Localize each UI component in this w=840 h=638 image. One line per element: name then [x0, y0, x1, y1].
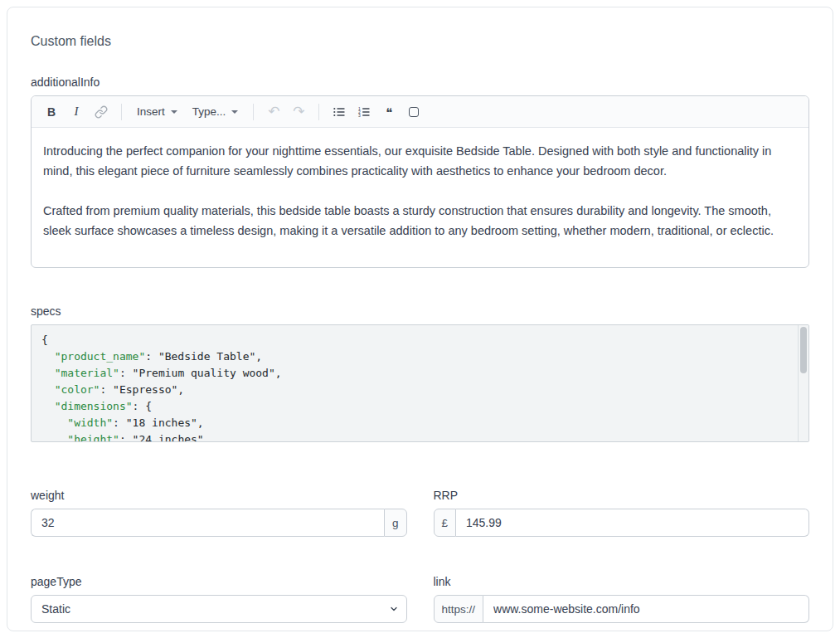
link-label: link — [434, 575, 810, 588]
link-button[interactable] — [90, 100, 113, 124]
pagetype-label: pageType — [31, 575, 407, 588]
additional-info-label: additionalInfo — [31, 75, 809, 89]
panel-title: Custom fields — [31, 34, 809, 49]
link-protocol-prefix: https:// — [434, 595, 484, 623]
row-pagetype-link: pageType Static link https:// — [31, 575, 809, 623]
field-pagetype: pageType Static — [31, 575, 407, 623]
row-weight-rrp: weight g RRP £ — [31, 489, 809, 537]
chevron-down-icon — [231, 110, 238, 114]
weight-label: weight — [31, 489, 407, 502]
weight-unit-suffix: g — [384, 509, 407, 537]
field-link: link https:// — [434, 575, 810, 623]
toolbar-divider — [253, 104, 254, 120]
chevron-down-icon — [171, 110, 177, 114]
layout-block-icon — [409, 107, 419, 117]
custom-fields-panel: Custom fields additionalInfo B I Insert … — [7, 7, 833, 631]
link-input-group: https:// — [434, 595, 810, 623]
specs-code: { "product_name": "Bedside Table", "mate… — [32, 325, 808, 442]
field-specs: specs { "product_name": "Bedside Table",… — [31, 304, 809, 442]
insert-dropdown-label: Insert — [137, 105, 165, 118]
link-input[interactable] — [483, 595, 809, 623]
field-rrp: RRP £ — [434, 489, 810, 537]
svg-text:3: 3 — [358, 112, 361, 117]
undo-button[interactable]: ↶ — [262, 100, 285, 124]
specs-scrollbar-thumb[interactable] — [800, 327, 807, 373]
type-dropdown-label: Type... — [192, 105, 226, 118]
weight-input-group: g — [31, 509, 407, 537]
blockquote-button[interactable]: ❝ — [377, 100, 401, 124]
link-icon — [95, 105, 108, 119]
toolbar-divider — [121, 104, 122, 120]
rrp-label: RRP — [434, 489, 810, 502]
bullet-list-button[interactable] — [328, 100, 351, 124]
pagetype-select[interactable]: Static — [31, 595, 407, 623]
italic-button[interactable]: I — [65, 100, 88, 124]
richtext-toolbar: B I Insert Type... ↶ ↷ — [32, 96, 808, 128]
toolbar-divider — [318, 104, 319, 120]
rrp-input[interactable] — [456, 509, 809, 537]
specs-code-editor[interactable]: { "product_name": "Bedside Table", "mate… — [31, 324, 809, 442]
field-weight: weight g — [31, 489, 407, 537]
insert-dropdown[interactable]: Insert — [130, 100, 184, 124]
ordered-list-icon: 123 — [357, 105, 371, 119]
weight-input[interactable] — [31, 509, 384, 537]
ordered-list-button[interactable]: 123 — [352, 100, 376, 124]
pagetype-select-wrap: Static — [31, 595, 407, 623]
richtext-content[interactable]: Introducing the perfect companion for yo… — [32, 128, 808, 267]
bullet-list-icon — [333, 105, 346, 119]
specs-scrollbar[interactable] — [798, 325, 808, 441]
richtext-editor: B I Insert Type... ↶ ↷ — [31, 95, 809, 268]
bold-button[interactable]: B — [40, 100, 63, 124]
field-additional-info: additionalInfo B I Insert Type... ↶ — [31, 75, 809, 268]
rrp-currency-prefix: £ — [434, 509, 457, 537]
layout-block-button[interactable] — [402, 100, 425, 124]
specs-label: specs — [31, 304, 809, 318]
type-dropdown[interactable]: Type... — [186, 100, 245, 124]
rrp-input-group: £ — [434, 509, 810, 537]
redo-button[interactable]: ↷ — [287, 100, 310, 124]
